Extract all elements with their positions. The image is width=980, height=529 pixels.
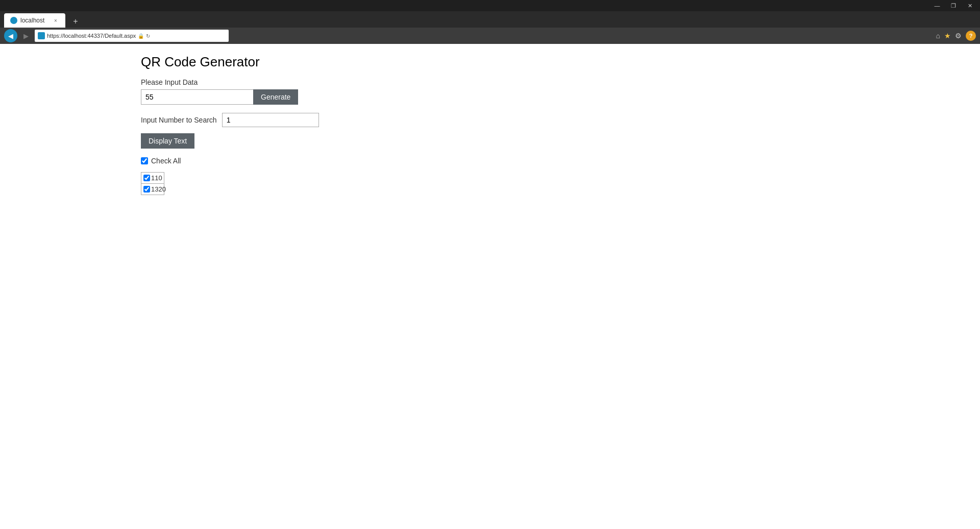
search-label: Input Number to Search [141,116,217,124]
tab-bar: localhost × + [0,11,980,28]
restore-button[interactable]: ❐ [945,0,962,11]
search-input[interactable] [222,113,319,127]
checkbox-item-1[interactable] [143,186,150,193]
lock-icon: 🔒 [138,33,144,39]
minimize-button[interactable]: — [929,0,945,11]
address-bar[interactable]: https://localhost:44337/Default.aspx 🔒 ↻ [35,30,229,42]
checkbox-item-label-0: 110 [151,174,162,182]
toolbar-right-icons: ⌂ ★ ⚙ ? [936,31,976,41]
search-row: Input Number to Search [141,113,839,127]
settings-icon[interactable]: ⚙ [955,32,962,40]
check-all-checkbox[interactable] [141,157,148,164]
qr-input-row: Generate [141,89,839,105]
checkbox-list: 110 1320 [141,172,164,195]
new-tab-button[interactable]: + [69,15,82,28]
tab-label: localhost [20,17,44,24]
page-content: QR Code Generator Please Input Data Gene… [0,44,980,205]
list-item: 1320 [141,184,164,195]
favorites-icon[interactable]: ★ [944,32,951,40]
address-bar-row: ◀ ▶ https://localhost:44337/Default.aspx… [0,28,980,44]
url-text: https://localhost:44337/Default.aspx [47,33,136,39]
check-all-row: Check All [141,157,839,165]
window-controls: — ❐ ✕ [929,0,978,11]
tab-close-button[interactable]: × [52,17,59,24]
page-title: QR Code Generator [141,54,839,70]
generate-button[interactable]: Generate [253,89,298,105]
tab-favicon [10,17,17,24]
active-tab[interactable]: localhost × [4,13,65,28]
site-icon [38,32,45,39]
notification-button[interactable]: ? [966,31,976,41]
close-window-button[interactable]: ✕ [962,0,978,11]
display-text-button[interactable]: Display Text [141,133,194,149]
checkbox-item-label-1: 1320 [151,185,166,193]
list-item: 110 [141,173,164,184]
check-all-label: Check All [151,157,181,165]
home-icon[interactable]: ⌂ [936,32,940,40]
checkbox-item-0[interactable] [143,175,150,181]
input-label: Please Input Data [141,78,839,86]
qr-data-input[interactable] [141,89,253,105]
window-titlebar: — ❐ ✕ [0,0,980,11]
refresh-icon: ↻ [146,33,150,39]
forward-button[interactable]: ▶ [19,29,33,42]
back-button[interactable]: ◀ [4,29,17,42]
